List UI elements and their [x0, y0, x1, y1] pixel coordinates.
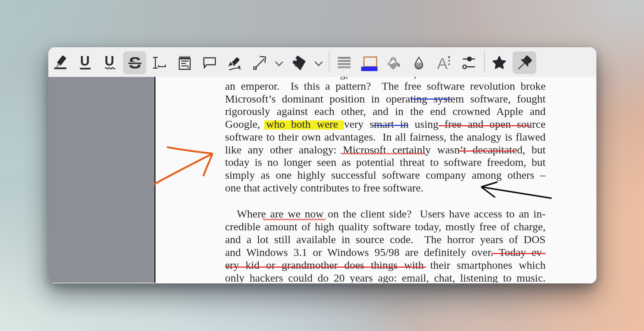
svg-text:U: U — [105, 53, 114, 68]
svg-text:A: A — [437, 55, 448, 72]
svg-text:U: U — [80, 53, 90, 68]
